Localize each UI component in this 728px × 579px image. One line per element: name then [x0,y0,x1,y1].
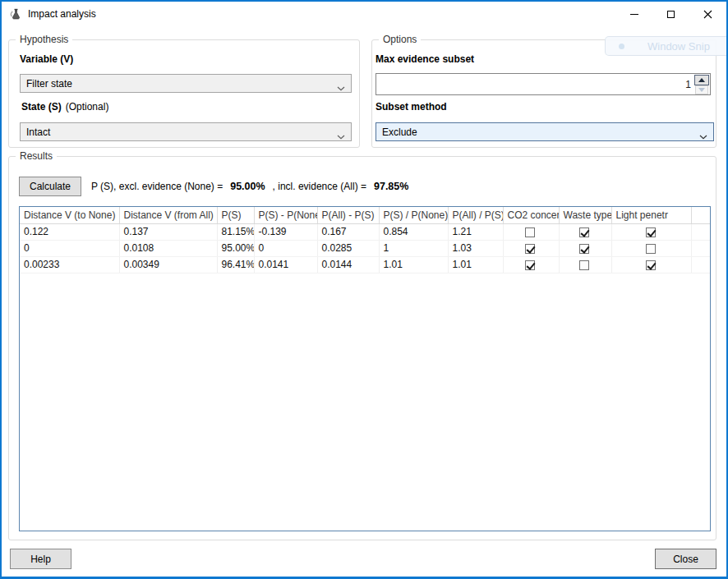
cell-p-s-minus-p-none: 0 [254,240,317,256]
close-window-button[interactable] [689,2,726,26]
cell-p-s-minus-p-none: 0.0141 [254,256,317,273]
checkbox-co2-concentration[interactable] [525,227,535,237]
hypothesis-group-label: Hypothesis [16,34,72,45]
cell-p-s-over-p-none: 0.854 [379,223,448,240]
variable-select-value: Filter state [26,78,72,90]
cell-p-s-minus-p-none: -0.139 [254,223,317,240]
column-header-waste-type[interactable]: Waste type [559,207,611,223]
column-header-p-all-minus-p-s[interactable]: P(All) - P(S) [317,207,379,223]
cell-distance-v-to-none: 0.00233 [20,256,119,273]
cell-co2-concentration [503,256,559,273]
column-header-light-penetration[interactable]: Light penetr [611,207,691,223]
maximize-icon [667,11,675,18]
spinner [694,75,709,94]
hypothesis-group: Hypothesis Variable (V) Filter state Sta… [8,39,360,148]
cell-p-all-minus-p-s: 0.0285 [317,240,379,256]
calculate-button[interactable]: Calculate [19,177,81,196]
subset-method-value: Exclude [382,126,417,138]
cell-distance-v-to-none: 0 [20,240,119,256]
cell-p-all-minus-p-s: 0.167 [317,223,379,240]
cell-distance-v-from-all: 0.137 [119,223,217,240]
column-header-spacer [691,207,710,223]
column-header-distance-v-to-none[interactable]: Distance V (to None) [20,207,119,223]
cell-distance-v-from-all: 0.00349 [119,256,217,273]
checkbox-light-penetration[interactable] [646,244,656,254]
minimize-button[interactable] [615,2,652,26]
cell-waste-type [559,240,611,256]
options-group-label: Options [379,34,421,45]
column-header-distance-v-from-all[interactable]: Distance V (from All) [119,207,217,223]
column-header-p-s-over-p-none[interactable]: P(S) / P(None) [379,207,448,223]
summary-middle: , incl. evidence (All) = [273,181,366,192]
titlebar[interactable]: Impact analysis [2,2,726,26]
checkbox-light-penetration[interactable] [646,227,656,237]
cell-p-s: 96.41% [217,256,254,273]
variable-select[interactable]: Filter state [20,74,352,93]
cell-p-all-minus-p-s: 0.0144 [317,256,379,273]
cell-p-all-over-p-s: 1.01 [448,256,503,273]
cell-co2-concentration [503,223,559,240]
column-header-p-s-minus-p-none[interactable]: P(S) - P(None) [254,207,317,223]
incl-evidence-value: 97.85% [374,181,408,192]
chevron-down-icon [337,82,345,94]
cell-light-penetration [611,240,691,256]
column-header-p-s[interactable]: P(S) [217,207,254,223]
max-evidence-value: 1 [685,79,691,90]
results-table-container[interactable]: Distance V (to None)Distance V (from All… [19,206,711,531]
table-row[interactable]: 0.002330.0034996.41%0.01410.01441.011.01 [20,256,710,273]
checkbox-waste-type[interactable] [579,260,589,270]
maximize-button[interactable] [652,2,689,26]
excl-evidence-value: 95.00% [230,181,265,192]
window-snip-icon [619,44,624,49]
cell-p-s: 95.00% [217,240,254,256]
table-header-row: Distance V (to None)Distance V (from All… [20,207,710,223]
results-summary: P (S), excl. evidence (None) =95.00%, in… [91,181,416,192]
subset-method-select[interactable]: Exclude [376,122,714,141]
arrow-up-icon [698,78,705,82]
column-header-p-all-over-p-s[interactable]: P(All) / P(S) [448,207,503,223]
spinner-down-button[interactable] [695,85,708,94]
cell-p-s-over-p-none: 1.01 [379,256,448,273]
state-label: State (S)(Optional) [21,101,108,113]
window-snip-label: Window Snip [647,40,710,53]
close-button[interactable]: Close [655,549,716,569]
cell-distance-v-from-all: 0.0108 [119,240,217,256]
cell-waste-type [559,223,611,240]
checkbox-light-penetration[interactable] [646,260,656,270]
window-snip-overlay[interactable]: Window Snip [605,36,728,56]
checkbox-co2-concentration[interactable] [525,244,535,254]
summary-prefix: P (S), excl. evidence (None) = [91,181,223,192]
close-icon [703,10,712,19]
max-evidence-input[interactable]: 1 [376,73,711,95]
state-select-value: Intact [26,126,50,138]
cell-spacer [691,256,710,273]
results-group-label: Results [16,150,57,162]
cell-spacer [691,223,710,240]
cell-waste-type [559,256,611,273]
cell-p-all-over-p-s: 1.21 [448,223,503,240]
impact-analysis-icon [9,7,22,21]
cell-p-s: 81.15% [217,223,254,240]
cell-co2-concentration [503,240,559,256]
table-row[interactable]: 0.1220.13781.15%-0.1390.1670.8541.21 [20,223,710,240]
help-button[interactable]: Help [10,549,71,569]
arrow-down-icon [698,88,705,92]
chevron-down-icon [699,131,707,142]
results-group: Results Calculate P (S), excl. evidence … [8,156,716,540]
checkbox-waste-type[interactable] [579,244,589,254]
chevron-down-icon [337,131,345,142]
state-select[interactable]: Intact [20,122,352,141]
cell-distance-v-to-none: 0.122 [20,223,119,240]
subset-method-label: Subset method [376,101,447,113]
spinner-up-button[interactable] [694,75,709,85]
minimize-icon [630,14,638,15]
cell-spacer [691,240,710,256]
cell-light-penetration [611,256,691,273]
cell-p-s-over-p-none: 1 [379,240,448,256]
impact-analysis-window: Impact analysis Hypothesis Variable (V) … [0,0,728,579]
table-row[interactable]: 00.010895.00%00.028511.03 [20,240,710,256]
window-title: Impact analysis [28,8,96,20]
checkbox-co2-concentration[interactable] [525,260,535,270]
checkbox-waste-type[interactable] [579,227,589,237]
column-header-co2-concentration[interactable]: CO2 concent [503,207,559,223]
